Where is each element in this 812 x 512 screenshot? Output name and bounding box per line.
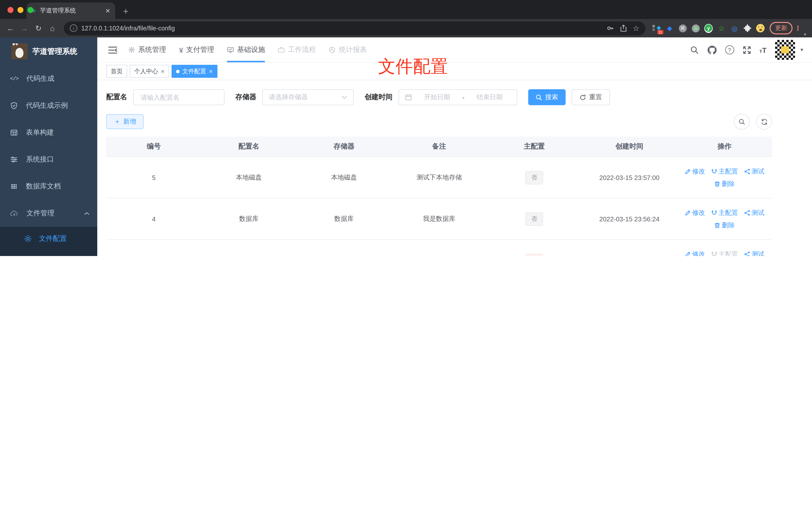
zoom-window-button[interactable] — [27, 7, 33, 13]
edit-link[interactable]: 修改 — [685, 249, 705, 256]
test-link[interactable]: 测试 — [744, 208, 764, 217]
browser-tab[interactable]: ✳ 芋道管理系统 ✕ — [26, 2, 115, 19]
sidebar-item-file-list[interactable]: 文件列表 — [0, 251, 97, 256]
tab-infrastructure[interactable]: 基础设施 — [227, 37, 265, 62]
search-button[interactable]: 搜索 — [528, 89, 566, 105]
home-icon[interactable]: ⌂ — [46, 22, 59, 35]
storage-select[interactable]: 请选择存储器 — [262, 89, 354, 105]
close-icon[interactable]: ✕ — [209, 68, 213, 74]
search-icon — [738, 118, 745, 125]
help-icon[interactable]: ? — [725, 46, 734, 54]
bookmark-star-icon[interactable]: ☆ — [633, 24, 639, 33]
site-info-icon[interactable]: i — [70, 24, 77, 32]
sidebar-item-code-generation[interactable]: </> 代码生成 — [0, 65, 97, 92]
font-size-icon[interactable]: тT — [759, 46, 766, 54]
delete-link[interactable]: 删除 — [714, 220, 735, 230]
page-content: 配置名 存储器 请选择存储器 创建时间 开始 — [97, 80, 812, 256]
cell-actions: 修改 主配置 测试 — [677, 198, 772, 240]
col-actions: 操作 — [677, 137, 772, 157]
top-header: 系统管理 ¥ 支付管理 基础设施 工作流程 — [97, 37, 812, 63]
chevron-down-icon — [342, 95, 347, 99]
reload-icon[interactable]: ↻ — [32, 22, 45, 35]
tag-file-config[interactable]: 文件配置 ✕ — [172, 65, 218, 78]
tab-payment-management[interactable]: ¥ 支付管理 — [179, 37, 214, 62]
star-extension-icon[interactable]: ☆ — [717, 24, 726, 32]
url-text: 127.0.0.1:1024/infra/file/file-config — [81, 25, 602, 32]
extensions-area: ◆ 11 ◆ ⌘ y ☆ ◎ — [652, 24, 764, 32]
command-extension-icon[interactable]: ⌘ — [678, 24, 687, 32]
cloud-download-icon — [10, 209, 19, 217]
end-date-placeholder[interactable]: 结束日期 — [468, 93, 511, 102]
pencil-icon — [685, 168, 691, 174]
profile-avatar-icon[interactable] — [756, 24, 764, 32]
pinned-extension-icon[interactable]: ◆ 11 — [652, 24, 661, 32]
chart-pie-icon — [329, 47, 336, 53]
col-master: 主配置 — [487, 137, 582, 157]
master-config-link[interactable]: 主配置 — [711, 249, 738, 256]
sidebar-item-db-doc[interactable]: 数据库文档 — [0, 173, 97, 200]
forward-icon[interactable]: → — [18, 22, 31, 35]
password-key-icon[interactable] — [606, 24, 614, 32]
search-icon[interactable] — [690, 46, 699, 54]
sidebar-item-file-config[interactable]: 文件配置 — [0, 227, 97, 251]
sidebar-item-form-builder[interactable]: 表单构建 — [0, 119, 97, 146]
form-table-icon — [10, 129, 18, 137]
puzzle-extensions-icon[interactable] — [743, 24, 752, 32]
sidebar-logo[interactable]: 芋道管理系统 — [0, 37, 97, 65]
user-avatar[interactable] — [775, 40, 795, 60]
share-icon[interactable] — [620, 24, 627, 32]
kite-extension-icon[interactable]: ◆ — [665, 24, 674, 32]
refresh-table-button[interactable] — [756, 114, 772, 130]
edit-link[interactable]: 修改 — [685, 208, 705, 217]
browser-menu-icon[interactable]: ⋮ — [794, 24, 801, 32]
fullscreen-icon[interactable] — [743, 46, 751, 54]
test-link[interactable]: 测试 — [744, 167, 764, 176]
sidebar-item-code-demo[interactable]: 代码生成示例 — [0, 92, 97, 119]
sidebar-item-system-api[interactable]: 系统接口 — [0, 146, 97, 173]
tab-statistics[interactable]: 统计报表 — [329, 37, 367, 62]
minimize-window-button[interactable] — [18, 7, 24, 13]
tag-profile[interactable]: 个人中心 ✕ — [130, 65, 169, 78]
cell-remark: 戴佩妮真可爱 — [392, 240, 487, 256]
back-icon[interactable]: ← — [4, 22, 17, 35]
recorder-extension-icon[interactable] — [691, 24, 700, 32]
add-button[interactable]: ＋ 新增 — [106, 114, 144, 129]
tag-home[interactable]: 首页 — [106, 65, 127, 78]
close-window-button[interactable] — [7, 7, 13, 13]
close-icon[interactable]: ✕ — [161, 68, 165, 74]
start-date-placeholder[interactable]: 开始日期 — [416, 93, 458, 102]
gear-icon — [128, 47, 135, 53]
monitor-check-icon — [227, 47, 234, 53]
collapse-sidebar-icon[interactable] — [108, 46, 117, 54]
database-grid-icon — [10, 182, 18, 190]
vue-devtools-extension-icon[interactable]: y — [704, 24, 713, 32]
eye-extension-icon[interactable]: ◎ — [730, 24, 739, 32]
edit-link[interactable]: 修改 — [685, 167, 705, 176]
cell-master: 是 — [487, 240, 582, 256]
config-name-input[interactable] — [140, 93, 218, 101]
date-range-picker[interactable]: 开始日期 - 结束日期 — [399, 89, 517, 105]
github-icon[interactable] — [707, 46, 717, 54]
table-row: 2 S3 - 七牛云 S3 对象存储 戴佩妮真可爱 是 2022-03-15 2… — [106, 240, 772, 256]
test-link[interactable]: 测试 — [744, 249, 764, 256]
cell-id: 4 — [106, 198, 201, 240]
master-config-link[interactable]: 主配置 — [711, 167, 738, 176]
sidebar-item-file-management[interactable]: 文件管理 — [0, 200, 97, 227]
tab-close-icon[interactable]: ✕ — [105, 7, 110, 14]
magnet-icon — [711, 251, 717, 256]
tab-workflow[interactable]: 工作流程 — [278, 37, 316, 62]
show-search-toggle-button[interactable] — [734, 114, 750, 130]
reset-button[interactable]: 重置 — [572, 89, 610, 105]
new-tab-button[interactable]: ＋ — [119, 4, 132, 18]
tab-system-management[interactable]: 系统管理 — [128, 37, 166, 62]
address-bar[interactable]: i 127.0.0.1:1024/infra/file/file-config … — [64, 21, 645, 35]
delete-link[interactable]: 删除 — [714, 179, 735, 188]
master-config-link[interactable]: 主配置 — [711, 208, 738, 217]
refresh-icon — [580, 94, 586, 100]
magnet-icon — [711, 168, 717, 174]
sidebar-menu: </> 代码生成 代码生成示例 表单构建 系统接口 数据库文 — [0, 65, 97, 256]
chrome-update-button[interactable]: 更新 — [770, 22, 792, 34]
cell-name: 数据库 — [201, 198, 296, 240]
cell-storage: 本地磁盘 — [296, 157, 392, 198]
toolbar-corner-caret-icon[interactable]: ▼ — [803, 32, 807, 37]
